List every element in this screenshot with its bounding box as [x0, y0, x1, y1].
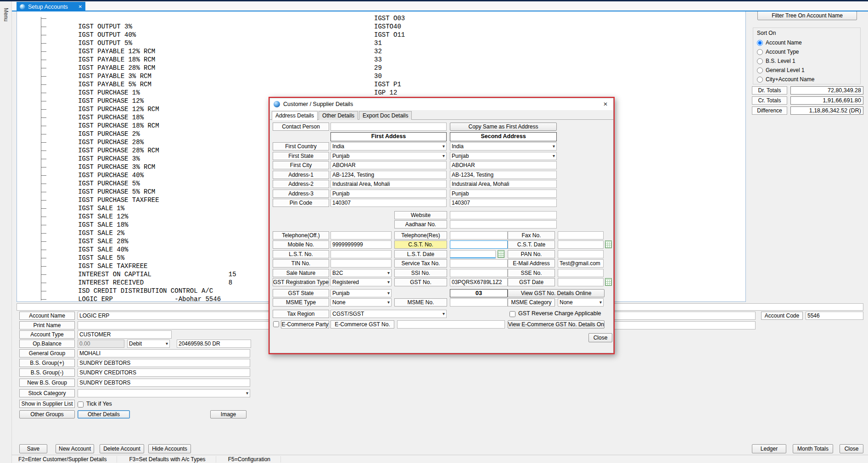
sort-option-radio[interactable] [757, 49, 763, 55]
sort-option[interactable]: Account Name [757, 38, 857, 47]
tree-item[interactable]: IGST PAYABLE 3% RCM 29 [17, 64, 745, 72]
pan-input[interactable] [558, 250, 604, 258]
sse-input[interactable] [558, 269, 604, 277]
address-field-second[interactable]: 140307 [450, 199, 557, 207]
stock-category-select[interactable]: ▾ [78, 389, 250, 397]
mobile-input[interactable] [330, 240, 392, 249]
address-field-second[interactable]: Punjab [450, 190, 557, 198]
service-tax-input[interactable] [450, 259, 508, 268]
address-field-second[interactable]: AB-1234, Testing [450, 171, 557, 179]
month-totals-button[interactable]: Month Totals [793, 444, 833, 453]
hide-accounts-button[interactable]: Hide Accounts [148, 444, 191, 453]
msme-no-input[interactable] [450, 298, 508, 307]
aadhaar-input[interactable] [450, 220, 557, 229]
sale-nature-select[interactable]: B2C ▾ [330, 269, 392, 277]
address-field-second[interactable]: Punjab ▾ [450, 152, 557, 160]
gst-registration-type-select[interactable]: Registered ▾ [330, 278, 392, 286]
address-field-first[interactable]: 140307 [330, 199, 447, 207]
gst-reverse-charge-checkbox[interactable] [510, 311, 515, 317]
ecommerce-party-checkbox[interactable] [273, 321, 279, 327]
dialog-close-button[interactable]: Close [588, 333, 612, 342]
tree-item[interactable]: IGST PAYABLE 5% RCM 30 [17, 72, 745, 80]
new-bs-group-input[interactable] [78, 379, 250, 387]
other-details-button[interactable]: Other Details [78, 410, 130, 418]
sort-option[interactable]: General Level 1 [757, 66, 857, 75]
tick-if-yes-option[interactable]: Tick if Yes [78, 400, 112, 408]
calendar-icon[interactable] [498, 250, 504, 258]
sort-option-radio[interactable] [757, 67, 763, 73]
address-field-first[interactable]: Industraial Area, Mohali [330, 180, 447, 188]
tax-region-select[interactable]: CGST/SGST ▾ [330, 310, 447, 318]
gst-state-select[interactable]: Punjab ▾ [330, 289, 392, 297]
ssi-input[interactable] [450, 269, 508, 277]
address-field-second[interactable]: ABOHAR [450, 161, 557, 169]
telephone-res-input[interactable] [450, 231, 508, 240]
calendar-icon[interactable] [605, 278, 612, 286]
tree-item[interactable]: IGST OUTPUT 5% IGST O11 [17, 31, 745, 39]
op-balance-amount-input[interactable] [177, 340, 251, 348]
bs-group-plus-input[interactable] [78, 359, 250, 367]
sort-option-radio[interactable] [757, 58, 763, 64]
lst-date-input[interactable] [450, 250, 496, 258]
op-balance-side-select[interactable]: Debit ▾ [127, 340, 170, 348]
fax-input[interactable] [558, 231, 604, 240]
sort-option[interactable]: B.S. Level 1 [757, 56, 857, 66]
address-field-first[interactable]: ABOHAR [330, 161, 447, 169]
menu-label[interactable]: Menu [3, 8, 9, 22]
tab-other-details[interactable]: Other Details [319, 111, 358, 120]
menu-strip[interactable]: Menu [0, 1, 12, 463]
email-input[interactable] [558, 259, 604, 268]
tab-close-icon[interactable]: ✕ [78, 4, 82, 9]
sort-option-radio[interactable] [757, 77, 763, 83]
tree-item[interactable]: IGST OUTPUT 3% IGST O03 [17, 14, 745, 22]
view-gst-details-button[interactable]: View GST No. Details Online [508, 289, 605, 297]
gst-no-input[interactable] [450, 278, 508, 286]
dialog-close-icon[interactable]: ✕ [601, 101, 610, 107]
new-account-button[interactable]: New Account [56, 444, 94, 453]
other-groups-button[interactable]: Other Groups [19, 410, 75, 418]
tree-item[interactable]: IGST PURCHASE 1% IGST P1 [17, 80, 745, 89]
address-field-first[interactable]: India ▾ [330, 142, 447, 151]
account-code-input[interactable] [806, 312, 863, 320]
tab-address-details[interactable]: Address Details [272, 111, 318, 120]
tree-item[interactable]: IGST PAYABLE 18% RCM 32 [17, 47, 745, 56]
delete-account-button[interactable]: Delete Account [100, 444, 144, 453]
tin-no-input[interactable] [330, 259, 392, 268]
ledger-button[interactable]: Ledger [752, 444, 786, 453]
copy-same-as-first-address-button[interactable]: Copy Same as First Address [450, 123, 557, 131]
cst-no-input[interactable] [450, 240, 508, 249]
address-field-first[interactable]: AB-1234, Testing [330, 171, 447, 179]
sort-option[interactable]: City+Account Name [757, 75, 857, 84]
close-button[interactable]: Close [840, 444, 863, 453]
lst-no-input[interactable] [330, 250, 392, 258]
sort-option-radio[interactable] [757, 40, 763, 46]
website-input[interactable] [450, 211, 557, 219]
msme-category-select[interactable]: None ▾ [558, 298, 604, 307]
address-field-first[interactable]: Punjab [330, 190, 447, 198]
dialog-titlebar[interactable]: Customer / Supplier Details ✕ [270, 98, 613, 110]
general-group-input[interactable] [78, 349, 250, 357]
tab-setup-accounts[interactable]: Setup Accounts ✕ [17, 2, 85, 11]
gst-reverse-charge-option[interactable]: GST Reverse Charge Applicable [510, 310, 601, 317]
tick-if-yes-checkbox[interactable] [78, 402, 84, 407]
address-field-second[interactable]: India ▾ [450, 142, 557, 151]
gst-date-input[interactable] [558, 278, 604, 286]
ecommerce-gst-input[interactable] [397, 320, 505, 329]
account-type-input[interactable] [78, 330, 172, 339]
msme-type-select[interactable]: None ▾ [330, 298, 392, 307]
telephone-off-input[interactable] [330, 231, 392, 240]
tree-item[interactable]: IGST PAYABLE 28% RCM 33 [17, 56, 745, 64]
tree-item[interactable]: IGST PAYABLE 12% RCM 31 [17, 39, 745, 47]
image-button[interactable]: Image [210, 410, 246, 418]
tab-export-doc-details[interactable]: Export Doc Details [359, 111, 412, 120]
cst-date-input[interactable] [558, 240, 604, 249]
address-field-second[interactable]: Industraial Area, Mohali [450, 180, 557, 188]
save-button[interactable]: Save [19, 444, 47, 453]
tree-item[interactable]: IGST OUTPUT 40% IGSTO40 [17, 22, 745, 31]
bs-group-minus-input[interactable] [78, 368, 250, 377]
view-ecommerce-gst-details-button[interactable]: View E-Commerce GST No. Details Online [508, 320, 605, 329]
address-field-first[interactable]: Punjab ▾ [330, 152, 447, 160]
contact-person-input[interactable] [330, 123, 447, 131]
calendar-icon[interactable] [605, 240, 612, 248]
sort-option[interactable]: Account Type [757, 47, 857, 56]
